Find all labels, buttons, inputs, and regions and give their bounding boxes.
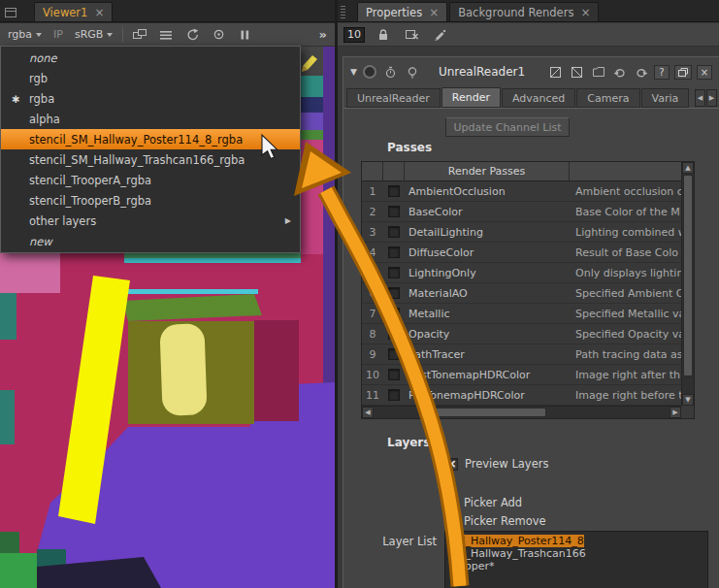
horizontal-scrollbar[interactable]: ◀ ▶ — [362, 406, 681, 418]
undo-icon[interactable] — [611, 65, 628, 80]
table-row[interactable]: 3 DetailLighting Lighting combined w — [362, 222, 681, 243]
table-row[interactable]: 9 PathTracer Path tracing data as — [362, 344, 681, 365]
tab-background-renders[interactable]: Background Renders × — [449, 2, 599, 21]
update-channel-list-button[interactable]: Update Channel List — [445, 117, 570, 137]
node-color-swatch[interactable] — [363, 65, 376, 79]
display-mode-icon[interactable] — [130, 26, 149, 43]
tab-viewer1[interactable]: Viewer1 × — [34, 2, 113, 21]
layer-list-item[interactable]: SM_Hallway_Trashcan166 — [449, 547, 703, 560]
dropdown-item[interactable]: ∗ rgba — [1, 88, 300, 109]
table-row[interactable]: 11 PreTonemapHDRColor Image right before… — [362, 385, 681, 406]
table-row[interactable]: 8 Opacity Specified Opacity va — [362, 324, 681, 344]
folder-icon[interactable] — [590, 65, 606, 80]
tab-scroll-right-icon[interactable]: ▶ — [706, 89, 717, 107]
pass-checkbox[interactable] — [388, 226, 400, 238]
pass-checkbox[interactable] — [388, 206, 400, 217]
pause-icon[interactable] — [235, 26, 254, 43]
vertical-scrollbar[interactable]: ▲ ▼ — [681, 162, 694, 406]
close-icon[interactable]: × — [429, 8, 439, 17]
collapse-panel-icon[interactable]: ▼ — [350, 67, 357, 77]
dropdown-item[interactable]: stencil_TrooperA_rgba — [1, 170, 300, 190]
pass-name: BaseColor — [405, 206, 570, 218]
pass-checkbox[interactable] — [388, 287, 400, 299]
node-tab[interactable]: Varia — [641, 88, 690, 108]
expand-toolbar-icon[interactable]: » — [319, 27, 330, 42]
node-tab[interactable]: Advanced — [502, 88, 575, 108]
pass-checkbox[interactable] — [388, 348, 400, 360]
node-tab[interactable]: Render — [441, 87, 501, 108]
refresh-icon[interactable] — [182, 26, 202, 43]
dropdown-item[interactable]: rgb — [1, 68, 300, 88]
layer-list-item[interactable]: SM_Hallway_Poster114_8 — [449, 535, 703, 547]
input-process-toggle[interactable]: IP — [51, 28, 65, 41]
pass-checkbox[interactable] — [388, 369, 400, 380]
table-row[interactable]: 2 BaseColor Base Color of the M — [362, 202, 681, 222]
dropdown-item[interactable]: alpha — [1, 109, 300, 129]
table-row[interactable]: 5 LightingOnly Only displays lightin — [362, 263, 681, 283]
node-tab[interactable]: Camera — [576, 88, 639, 108]
pass-name: MaterialAO — [405, 287, 570, 300]
layer-list[interactable]: SM_Hallway_Poster114_8 SM_Hallway_Trashc… — [444, 531, 708, 588]
table-row[interactable]: 6 MaterialAO Specified Ambient O — [362, 283, 681, 304]
keyframe-clock-icon[interactable] — [382, 65, 399, 80]
pane-menu-icon[interactable] — [4, 7, 17, 18]
table-row[interactable]: 4 DiffuseColor Result of Base Colo — [362, 243, 681, 263]
pass-description: Specified Metallic va — [570, 308, 681, 320]
close-panel-button[interactable]: × — [697, 65, 712, 80]
dropdown-item[interactable]: none — [1, 48, 300, 68]
close-icon[interactable]: × — [94, 8, 104, 17]
layer-list-item[interactable]: Trooper* — [449, 560, 703, 572]
lock-icon[interactable] — [374, 26, 393, 43]
picker-add-swatch[interactable] — [445, 497, 457, 508]
dropdown-item[interactable]: stencil_TrooperB_rgba — [1, 190, 300, 211]
picker-remove-swatch[interactable] — [445, 515, 457, 527]
tab-divider — [343, 108, 719, 109]
preview-layers-checkbox[interactable]: × — [445, 458, 458, 471]
horizontal-scroll-thumb[interactable] — [418, 408, 546, 417]
redo-icon[interactable] — [633, 65, 649, 80]
node-tab[interactable]: UnrealReader — [346, 88, 441, 108]
table-row[interactable]: 10 PostTonemapHDRColor Image right after… — [362, 365, 681, 385]
pass-checkbox[interactable] — [388, 267, 400, 278]
float-panel-icon[interactable] — [674, 65, 692, 80]
roi-target-icon[interactable] — [209, 26, 228, 43]
dropdown-item-label: rgba — [29, 92, 291, 106]
tab-scroll-left-icon[interactable]: ◀ — [695, 89, 705, 107]
pass-name: Opacity — [405, 328, 570, 341]
dropdown-item[interactable]: other layers ▶ — [1, 211, 300, 231]
postage-stamp-icon[interactable] — [569, 65, 585, 80]
pass-checkbox[interactable] — [388, 185, 400, 197]
pass-checkbox[interactable] — [388, 389, 400, 401]
help-button[interactable]: ? — [654, 65, 670, 80]
chevron-down-icon — [107, 33, 113, 37]
tab-properties[interactable]: Properties × — [357, 2, 447, 21]
lightbulb-icon[interactable] — [405, 65, 421, 80]
close-icon[interactable]: × — [580, 8, 590, 17]
dropdown-item[interactable]: new — [1, 231, 300, 251]
node-properties-panel: ▼ UnrealReader1 — [343, 56, 719, 588]
scroll-up-icon[interactable]: ▲ — [682, 162, 694, 174]
vertical-scroll-thumb[interactable] — [683, 175, 693, 376]
viewer-colorspace-select[interactable]: sRGB — [72, 26, 115, 43]
pass-description: Only displays lightin — [570, 267, 681, 279]
application-window: Viewer1 × rgba IP sRGB — [0, 0, 719, 588]
channel-select[interactable]: rgba — [5, 26, 45, 43]
dropdown-item[interactable]: stencil_SM_Hallway_Trashcan166_rgba — [1, 149, 300, 170]
edit-pencil-icon[interactable] — [430, 26, 449, 43]
scroll-down-icon[interactable]: ▼ — [682, 394, 694, 406]
pass-checkbox[interactable] — [388, 308, 400, 319]
dropdown-item[interactable]: stencil_SM_Hallway_Poster114_8_rgba — [1, 129, 300, 149]
pass-checkbox[interactable] — [388, 246, 400, 258]
table-row[interactable]: 7 Metallic Specified Metallic va — [362, 304, 681, 324]
viewer-options-icon[interactable] — [156, 26, 176, 43]
dropdown-item-label: new — [29, 235, 291, 248]
table-row[interactable]: 1 AmbientOcclusion Ambient occlusion c — [362, 181, 681, 202]
scroll-left-icon[interactable]: ◀ — [362, 407, 374, 418]
channel-select-value: rgba — [8, 28, 32, 41]
hide-input-icon[interactable] — [547, 65, 564, 80]
pass-checkbox[interactable] — [388, 328, 400, 340]
scroll-right-icon[interactable]: ▶ — [670, 407, 681, 418]
close-all-panels-icon[interactable] — [402, 26, 421, 43]
max-panels-input[interactable] — [343, 27, 365, 43]
pane-grip-icon[interactable] — [341, 6, 345, 18]
